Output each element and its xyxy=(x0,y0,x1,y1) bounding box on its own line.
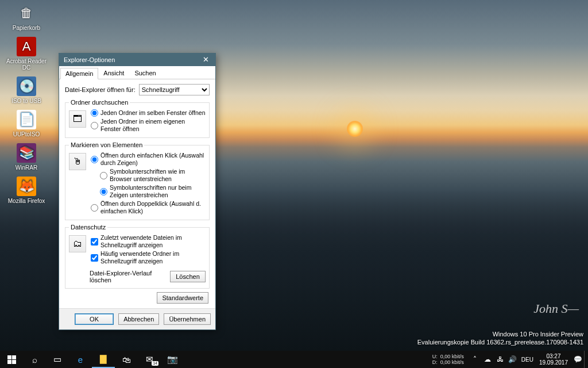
close-button[interactable]: ✕ xyxy=(196,53,215,66)
desktop-icon-winrar[interactable]: 📚WinRAR xyxy=(5,142,48,172)
watermark-line2: Evaluierungskopie Build 16362.rs_prerele… xyxy=(417,338,583,346)
dialog-title: Explorer-Optionen xyxy=(64,53,115,66)
network-icon: 🖧 xyxy=(497,355,504,363)
edge-icon: e xyxy=(78,355,83,365)
clock-time: 03:27 xyxy=(539,353,568,359)
open-for-select[interactable]: Schnellzugriff xyxy=(139,84,210,95)
search-button[interactable]: ⌕ xyxy=(23,351,46,368)
taskbar-camera[interactable]: 📷 xyxy=(161,351,184,368)
tab-view[interactable]: Ansicht xyxy=(98,67,129,79)
tray-onedrive[interactable]: ☁ xyxy=(481,355,494,363)
windows-watermark: Windows 10 Pro Insider Preview Evaluieru… xyxy=(417,330,583,346)
desktop-icon-firefox[interactable]: 🦊Mozilla Firefox xyxy=(5,175,48,205)
explorer-options-dialog: Explorer-Optionen ✕ Allgemein Ansicht Su… xyxy=(59,53,216,330)
desktop-icon-label: Mozilla Firefox xyxy=(6,198,47,204)
group-click-legend: Markieren von Elementen xyxy=(69,141,144,148)
network-stats: U: 0,00 kbit/s D: 0,00 kbit/s xyxy=(432,354,464,365)
system-tray: ˄ ☁ 🖧 🔊 DEU 03:27 19.09.2017 💬 xyxy=(469,351,588,368)
restore-defaults-button[interactable]: Standardwerte xyxy=(157,292,208,304)
opt-own-window[interactable]: Jeden Ordner in einem eigenen Fenster öf… xyxy=(91,118,206,133)
desktop: John S— Windows 10 Pro Insider Preview E… xyxy=(0,0,588,368)
folder-icon: ▇ xyxy=(100,354,107,364)
watermark-line1: Windows 10 Pro Insider Preview xyxy=(417,330,583,338)
taskbar-mail[interactable]: ✉14 xyxy=(138,351,161,368)
group-privacy-legend: Datenschutz xyxy=(69,224,107,231)
opt-double-click[interactable]: Öffnen durch Doppelklick (Auswahl d. ein… xyxy=(91,200,206,215)
acrobat-icon: A xyxy=(17,37,36,56)
store-icon: 🛍 xyxy=(122,355,131,365)
desktop-icon-label: ISO to USB xyxy=(6,98,47,104)
desktop-icon-label: WinRAR xyxy=(6,164,47,171)
taskbar-store[interactable]: 🛍 xyxy=(115,351,138,368)
group-privacy: Datenschutz 🗂 Zuletzt verwendete Dateien… xyxy=(65,224,210,289)
chk-recent-files[interactable]: Zuletzt verwendete Dateien im Schnellzug… xyxy=(91,234,206,249)
desktop-icon-label: UUPtoISO xyxy=(6,131,47,137)
desktop-icons: 🗑PapierkorbAAcrobat Reader DC💿ISO to USB… xyxy=(5,2,54,209)
uuptoiso-icon: 📄 xyxy=(17,110,36,129)
clear-history-label: Datei-Explorer-Verlauf löschen xyxy=(90,270,170,283)
tray-network[interactable]: 🖧 xyxy=(494,355,506,363)
show-desktop-button[interactable] xyxy=(584,351,588,368)
desktop-icon-label: Acrobat Reader DC xyxy=(6,58,47,71)
taskbar-edge[interactable]: e xyxy=(69,351,92,368)
privacy-icon: 🗂 xyxy=(69,235,86,252)
folder-window-icon: 🗔 xyxy=(69,110,86,128)
language-indicator[interactable]: DEU xyxy=(521,356,533,363)
opt-underline-browser[interactable]: Symbolunterschriften wie im Browser unte… xyxy=(100,168,206,183)
desktop-icon-label: Papierkorb xyxy=(6,25,47,31)
taskbar-explorer[interactable]: ▇ xyxy=(92,351,115,368)
firefox-icon: 🦊 xyxy=(17,177,36,196)
dialog-titlebar[interactable]: Explorer-Optionen ✕ xyxy=(59,53,215,66)
group-browse-folders: Ordner durchsuchen 🗔 Jeden Ordner im sel… xyxy=(65,99,210,138)
opt-underline-point[interactable]: Symbolunterschriften nur beim Zeigen unt… xyxy=(100,184,206,199)
chevron-up-icon: ˄ xyxy=(473,355,477,363)
action-center[interactable]: 💬 xyxy=(571,355,584,363)
cursor-click-icon: 🖱 xyxy=(69,153,86,170)
papierkorb-icon: 🗑 xyxy=(17,3,36,23)
task-view-icon: ▭ xyxy=(53,354,61,365)
chk-frequent-folders[interactable]: Häufig verwendete Ordner im Schnellzugri… xyxy=(91,250,206,265)
tray-volume[interactable]: 🔊 xyxy=(506,355,519,363)
open-for-label: Datei-Explorer öffnen für: xyxy=(65,86,136,93)
task-view-button[interactable]: ▭ xyxy=(46,351,69,368)
apply-button[interactable]: Übernehmen xyxy=(164,313,211,325)
camera-icon: 📷 xyxy=(167,354,178,365)
windows-logo-icon xyxy=(7,355,16,364)
clock-date: 19.09.2017 xyxy=(539,359,568,366)
group-browse-legend: Ordner durchsuchen xyxy=(69,99,130,106)
dialog-buttons: OK Abbrechen Übernehmen xyxy=(59,308,215,329)
cloud-icon: ☁ xyxy=(484,355,491,363)
tab-general[interactable]: Allgemein xyxy=(60,68,98,79)
tab-search[interactable]: Suchen xyxy=(129,67,161,79)
dialog-body: Datei-Explorer öffnen für: Schnellzugrif… xyxy=(59,79,215,308)
isotousb-icon: 💿 xyxy=(17,76,36,96)
desktop-icon-papierkorb[interactable]: 🗑Papierkorb xyxy=(5,2,48,32)
clear-history-button[interactable]: Löschen xyxy=(170,271,206,282)
wallpaper-signature: John S— xyxy=(533,301,579,316)
taskbar: ⌕ ▭ e ▇ 🛍 ✉14 📷 U: 0,00 kbit/s D: 0,00 k… xyxy=(0,351,588,368)
desktop-icon-uuptoiso[interactable]: 📄UUPtoISO xyxy=(5,109,48,139)
desktop-icon-acrobat[interactable]: AAcrobat Reader DC xyxy=(5,36,48,72)
tray-overflow[interactable]: ˄ xyxy=(469,355,481,363)
ok-button[interactable]: OK xyxy=(75,313,114,325)
winrar-icon: 📚 xyxy=(17,143,36,163)
desktop-icon-isotousb[interactable]: 💿ISO to USB xyxy=(5,75,48,105)
start-button[interactable] xyxy=(0,351,23,368)
speaker-icon: 🔊 xyxy=(508,355,517,363)
search-icon: ⌕ xyxy=(32,355,37,365)
taskbar-clock[interactable]: 03:27 19.09.2017 xyxy=(539,353,568,366)
notification-icon: 💬 xyxy=(574,355,582,363)
wallpaper-sun xyxy=(347,121,363,137)
mail-badge: 14 xyxy=(152,361,158,366)
opt-same-window[interactable]: Jeden Ordner im selben Fenster öffnen xyxy=(91,109,206,117)
opt-single-click[interactable]: Öffnen durch einfachen Klick (Auswahl du… xyxy=(91,152,206,167)
group-click-items: Markieren von Elementen 🖱 Öffnen durch e… xyxy=(65,141,210,220)
cancel-button[interactable]: Abbrechen xyxy=(118,313,159,325)
dialog-tabs: Allgemein Ansicht Suchen xyxy=(59,66,215,79)
